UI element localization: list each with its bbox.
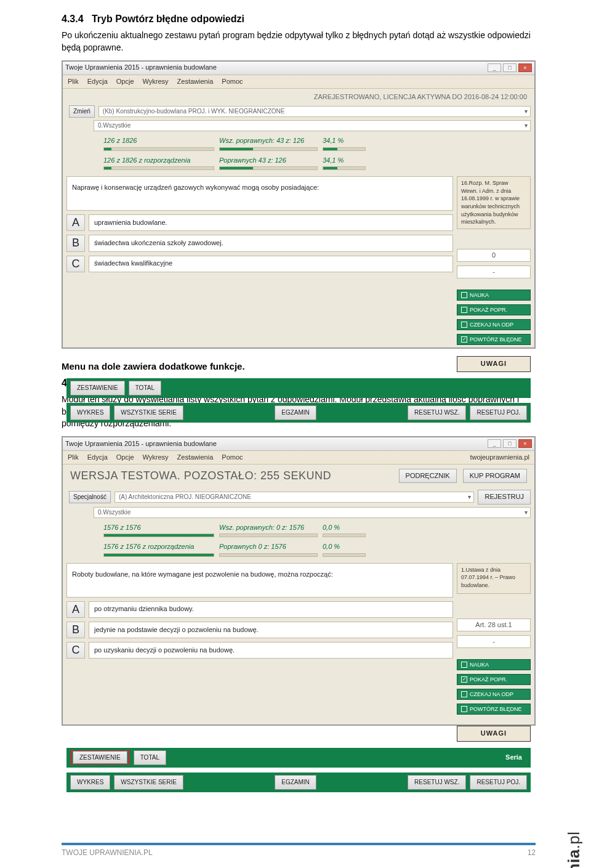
section-number: 4.3.4 — [62, 14, 84, 24]
maximize-button[interactable]: □ — [503, 63, 517, 72]
menubar: Plik Edycja Opcje Wykresy Zestawienia Po… — [63, 451, 534, 464]
filter-dropdown[interactable]: 0.Wszystkie — [94, 120, 531, 131]
menu-item[interactable]: Wykresy — [143, 453, 169, 462]
page-footer: TWOJE UPRAWNIENIA.PL 12 — [62, 843, 536, 858]
menubar: Plik Edycja Opcje Wykresy Zestawienia Po… — [63, 75, 534, 89]
btn-wykres[interactable]: WYKRES — [70, 775, 110, 790]
btn-wszystkie-serie[interactable]: WSZYSTKIE SERIE — [114, 775, 183, 790]
answer-c-text: świadectwa kwalifikacyjne — [89, 256, 453, 272]
btn-wszystkie-serie[interactable]: WSZYSTKIE SERIE — [114, 405, 183, 420]
btn-zestawienie[interactable]: ZESTAWIENIE — [73, 751, 127, 764]
brand-label: twojeuprawnienia.pl — [470, 453, 529, 462]
specialty-field[interactable]: (Kb) Konstrukcyjno-budowlana PROJ. i WYK… — [98, 106, 531, 117]
answer-c-button[interactable]: C — [66, 642, 85, 659]
answer-b-text: jedynie na podstawie decyzji o pozwoleni… — [89, 622, 453, 638]
answer-c-button[interactable]: C — [66, 256, 85, 272]
close-button[interactable]: × — [518, 439, 532, 448]
stats-row-2: 1576 z 1576 z rozporządzenia Poprawnych … — [103, 542, 531, 556]
answer-b-button[interactable]: B — [66, 235, 85, 251]
btn-zestawienie[interactable]: ZESTAWIENIE — [70, 381, 125, 395]
answer-a-text: po otrzymaniu dziennika budowy. — [89, 601, 453, 618]
menu-item[interactable]: Opcje — [116, 77, 134, 86]
trial-status: WERSJA TESTOWA. POZOSTAŁO: 255 SEKUND — [70, 468, 331, 484]
seria-label: Seria — [505, 753, 522, 762]
specialty-field[interactable]: (A) Architektoniczna PROJ. NIEOGRANICZON… — [115, 492, 475, 503]
question-box: Naprawę i konserwację urządzeń gazowych … — [66, 176, 453, 211]
btn-egzamin[interactable]: EGZAMIN — [275, 405, 316, 420]
window-titlebar: Twoje Uprawnienia 2015 - uprawnienia bud… — [63, 437, 534, 451]
stats-row-2: 126 z 1826 z rozporządzenia Poprawnych 4… — [103, 156, 531, 170]
stats-row-1: 126 z 1826 Wsz. poprawnych: 43 z: 126 34… — [103, 136, 531, 150]
chk-powtorz[interactable]: POWTÓRZ BŁĘDNE — [457, 334, 531, 345]
screenshot-licensed: Twoje Uprawnienia 2015 - uprawnienia bud… — [62, 60, 536, 349]
btn-total[interactable]: TOTAL — [134, 750, 166, 765]
minimize-button[interactable]: _ — [488, 439, 501, 448]
side-count-dash: - — [457, 266, 531, 278]
uwagi-button[interactable]: UWAGI — [457, 356, 531, 371]
screenshot-trial: Twoje Uprawnienia 2015 - uprawnienia bud… — [62, 436, 536, 726]
menu-item[interactable]: Plik — [68, 77, 79, 86]
btn-wykres[interactable]: WYKRES — [70, 405, 110, 420]
btn-resetuj-wsz[interactable]: RESETUJ WSZ. — [408, 775, 466, 790]
menu-item[interactable]: Wykresy — [143, 77, 169, 86]
section-heading-434: 4.3.4 Tryb Powtórz błędne odpowiedzi — [62, 12, 536, 26]
stats-row-1: 1576 z 1576 Wsz. poprawnych: 0 z: 1576 0… — [103, 523, 531, 537]
btn-resetuj-poj[interactable]: RESETUJ POJ. — [470, 405, 527, 420]
chk-czekaj[interactable]: CZEKAJ NA ODP — [457, 319, 531, 330]
article-ref: Art. 28 ust.1 — [457, 619, 531, 631]
maximize-button[interactable]: □ — [503, 439, 517, 448]
answer-a-text: uprawnienia budowlane. — [89, 214, 453, 231]
btn-total[interactable]: TOTAL — [129, 381, 161, 395]
answer-a-button[interactable]: A — [66, 601, 85, 618]
footer-page-number: 12 — [528, 848, 536, 858]
bottom-bar-2: WYKRES WSZYSTKIE SERIE EGZAMIN RESETUJ W… — [66, 773, 531, 792]
footer-left: TWOJE UPRAWNIENIA.PL — [62, 848, 153, 858]
vertical-brand: twojeuprawnienia.pl — [563, 831, 585, 868]
chk-nauka[interactable]: NAUKA — [457, 659, 531, 670]
menu-item[interactable]: Pomoc — [222, 453, 243, 462]
uwagi-button[interactable]: UWAGI — [457, 726, 531, 741]
filter-dropdown[interactable]: 0.Wszystkie — [94, 507, 531, 518]
btn-egzamin[interactable]: EGZAMIN — [275, 775, 316, 790]
btn-podrecznik[interactable]: PODRĘCZNIK — [399, 469, 457, 483]
chk-nauka[interactable]: NAUKA — [457, 290, 531, 301]
bottom-bar-1: ZESTAWIENIE TOTAL — [66, 378, 531, 398]
side-count-dash: - — [457, 635, 531, 648]
menu-item[interactable]: Edycja — [87, 453, 108, 462]
regulation-note: 16.Rozp. M. Spraw Wewn. i Adm. z dnia 16… — [457, 176, 531, 229]
menu-item[interactable]: Opcje — [116, 453, 134, 462]
menu-item[interactable]: Zestawienia — [177, 77, 214, 86]
window-title: Twoje Uprawnienia 2015 - uprawnienia bud… — [65, 439, 217, 448]
answer-b-button[interactable]: B — [66, 622, 85, 638]
window-title: Twoje Uprawnienia 2015 - uprawnienia bud… — [65, 63, 217, 72]
side-count-0: 0 — [457, 249, 531, 262]
highlight-zestawienie: ZESTAWIENIE — [70, 750, 130, 765]
menu-item[interactable]: Pomoc — [222, 77, 243, 86]
btn-resetuj-poj[interactable]: RESETUJ POJ. — [470, 775, 527, 790]
menu-item[interactable]: Plik — [68, 453, 79, 462]
minimize-button[interactable]: _ — [488, 63, 501, 72]
section-body-434: Po ukończeniu aktualnego zestawu pytań p… — [62, 30, 536, 54]
window-titlebar: Twoje Uprawnienia 2015 - uprawnienia bud… — [63, 62, 534, 75]
menu-item[interactable]: Zestawienia — [177, 453, 214, 462]
change-button[interactable]: Zmień — [69, 105, 95, 118]
regulation-note: 1.Ustawa z dnia 07.07.1994 r. – Prawo bu… — [457, 563, 531, 594]
chk-czekaj[interactable]: CZEKAJ NA ODP — [457, 689, 531, 700]
btn-rejestruj[interactable]: REJESTRUJ — [478, 490, 531, 504]
chk-pokazpopr[interactable]: POKAŻ POPR. — [457, 304, 531, 315]
bottom-bar-1: ZESTAWIENIE TOTAL Seria — [66, 748, 531, 768]
question-box: Roboty budowlane, na które wymagane jest… — [66, 563, 453, 598]
specialty-button[interactable]: Specjalność — [69, 491, 111, 503]
btn-resetuj-wsz[interactable]: RESETUJ WSZ. — [408, 405, 466, 420]
chk-pokazpopr[interactable]: POKAŻ POPR. — [457, 674, 531, 685]
menu-item[interactable]: Edycja — [87, 77, 108, 86]
answer-c-text: po uzyskaniu decyzji o pozwoleniu na bud… — [89, 642, 453, 659]
bottom-bar-2: WYKRES WSZYSTKIE SERIE EGZAMIN RESETUJ W… — [66, 403, 531, 423]
section-title: Tryb Powtórz błędne odpowiedzi — [92, 14, 244, 24]
answer-a-button[interactable]: A — [66, 214, 85, 231]
license-banner: ZAREJESTROWANO, LICENCJA AKTYWNA DO 2016… — [66, 91, 531, 103]
close-button[interactable]: × — [518, 63, 532, 72]
answer-b-text: świadectwa ukończenia szkoły zawodowej. — [89, 235, 453, 251]
chk-powtorz[interactable]: POWTÓRZ BŁĘDNE — [457, 704, 531, 715]
btn-kup-program[interactable]: KUP PROGRAM — [463, 469, 527, 483]
